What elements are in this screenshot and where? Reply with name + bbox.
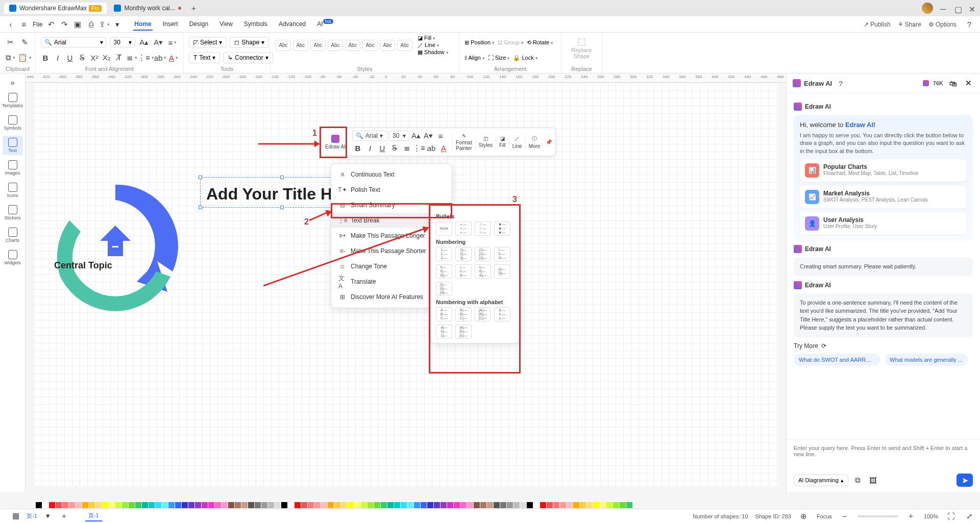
page-dd-icon[interactable]: ▾	[42, 510, 54, 521]
ft-more[interactable]: ⓘMore	[525, 134, 544, 150]
publish-button[interactable]: ↗ Publish	[864, 21, 890, 28]
help-icon[interactable]: ?	[964, 19, 975, 30]
color-swatch[interactable]	[301, 502, 307, 508]
color-swatch[interactable]	[361, 502, 367, 508]
color-swatch[interactable]	[334, 502, 340, 508]
color-swatch[interactable]	[248, 502, 254, 508]
add-page-icon[interactable]: ＋	[59, 510, 70, 521]
color-swatch[interactable]	[202, 502, 208, 508]
color-swatch[interactable]	[394, 502, 400, 508]
cart-icon[interactable]: 🛍	[947, 78, 959, 89]
textcase-icon[interactable]: ab	[155, 52, 166, 63]
ft-fill[interactable]: ◪Fill	[496, 135, 509, 149]
ft-size-select[interactable]: 30▾	[389, 131, 409, 141]
color-swatch[interactable]	[553, 502, 559, 508]
color-swatch[interactable]	[434, 502, 440, 508]
ft-case-icon[interactable]: ab	[426, 142, 437, 154]
maximize-icon[interactable]: ▢	[954, 5, 962, 12]
color-swatch[interactable]	[480, 502, 486, 508]
color-swatch[interactable]	[228, 502, 234, 508]
new-tab-button[interactable]: ＋	[188, 3, 200, 14]
color-swatch[interactable]	[606, 502, 612, 508]
ft-format-painter[interactable]: ✎Format Painter	[452, 132, 475, 152]
file-menu[interactable]: File	[32, 19, 43, 30]
suggestion-market-analysis[interactable]: 📈 Market AnalysisSWOT Analysis, PEST Ana…	[800, 186, 967, 208]
color-swatch[interactable]	[474, 502, 480, 508]
suggestion-user-analysis[interactable]: 👤 User AnalysisUser Profile, User Story	[800, 212, 967, 235]
color-swatch[interactable]	[507, 502, 513, 508]
color-swatch[interactable]	[447, 502, 453, 508]
color-swatch[interactable]	[109, 502, 115, 508]
color-swatch[interactable]	[162, 502, 168, 508]
color-swatch[interactable]	[600, 502, 606, 508]
tab-home[interactable]: Home	[133, 18, 152, 31]
fontcolor-icon[interactable]: A	[169, 52, 178, 63]
strike-icon[interactable]: S̶	[78, 52, 87, 63]
color-swatch[interactable]	[168, 502, 175, 508]
color-swatch[interactable]	[381, 502, 387, 508]
color-swatch[interactable]	[454, 502, 460, 508]
color-swatch[interactable]	[69, 502, 75, 508]
color-swatch[interactable]	[76, 502, 82, 508]
align-icon[interactable]: ≡	[167, 37, 178, 48]
close-icon[interactable]: ✕	[969, 5, 976, 12]
circular-arrow-shape[interactable]	[39, 169, 192, 322]
paste-icon[interactable]: 📋	[19, 52, 30, 63]
more-qat-icon[interactable]: ▾	[112, 19, 123, 30]
shadow-dd[interactable]: ▦ Shadow	[418, 49, 449, 56]
position-dd[interactable]: ⊞ Position	[464, 39, 495, 46]
font-select[interactable]: 🔍 Arial▾	[41, 37, 107, 47]
tab-view[interactable]: View	[218, 18, 234, 31]
page-name[interactable]: 页-1	[27, 512, 37, 520]
sidebar-templates[interactable]: Templates	[3, 91, 23, 110]
bullets-icon[interactable]: ⋮≡	[140, 52, 152, 63]
style-6[interactable]: Abc	[362, 40, 378, 51]
color-swatch[interactable]	[62, 502, 68, 508]
close-panel-icon[interactable]: ✕	[963, 78, 974, 89]
share-button[interactable]: ⚘ Share	[898, 21, 921, 28]
color-swatch[interactable]	[374, 502, 380, 508]
color-swatch[interactable]	[255, 502, 261, 508]
sidebar-stickers[interactable]: Stickers	[3, 203, 23, 222]
color-swatch[interactable]	[586, 502, 593, 508]
fullscreen-icon[interactable]: ⤢	[964, 511, 975, 522]
color-swatch[interactable]	[460, 502, 467, 508]
send-button[interactable]: ➤	[957, 474, 973, 487]
color-swatch[interactable]	[513, 502, 520, 508]
fontsize-select[interactable]: 30▾	[110, 37, 135, 47]
style-3[interactable]: Abc	[310, 40, 326, 51]
zoom-out-icon[interactable]: −	[839, 511, 850, 522]
info-icon[interactable]: ?	[835, 78, 846, 89]
sidebar-widgets[interactable]: Widgets	[3, 248, 23, 267]
color-swatch[interactable]	[42, 502, 48, 508]
ft-styles[interactable]: ◫Styles	[475, 135, 496, 149]
color-swatch[interactable]	[533, 502, 540, 508]
color-swatch[interactable]	[314, 502, 321, 508]
color-swatch[interactable]	[268, 502, 274, 508]
ai-continuous-text[interactable]: ≡Continuous Text	[331, 167, 452, 182]
color-swatch[interactable]	[613, 502, 619, 508]
ft-strike-icon[interactable]: S̶	[389, 142, 400, 154]
style-2[interactable]: Abc	[293, 40, 308, 51]
align-dd[interactable]: ⫴ Align	[464, 55, 485, 61]
options-button[interactable]: ⚙ Options	[928, 21, 957, 28]
zoom-slider[interactable]	[857, 515, 898, 517]
suggestion-popular-charts[interactable]: 📊 Popular ChartsFlowchart, Mind Map, Tab…	[800, 159, 967, 182]
ft-color-icon[interactable]: A	[438, 142, 449, 154]
copy-icon[interactable]: ⧉	[5, 52, 16, 63]
chip-models[interactable]: What models are generally ...	[885, 354, 968, 366]
color-swatch[interactable]	[580, 502, 586, 508]
tab-ai[interactable]: AIhot	[316, 18, 334, 31]
save-icon[interactable]: ▣	[72, 19, 83, 30]
color-swatch[interactable]	[540, 502, 546, 508]
central-topic-text[interactable]: Central Topic	[54, 260, 112, 271]
color-swatch[interactable]	[328, 502, 334, 508]
color-swatch[interactable]	[547, 502, 553, 508]
chip-swot[interactable]: What do SWOT and AARRR ...	[794, 354, 880, 366]
pages-icon[interactable]: ▦	[10, 510, 21, 521]
color-swatch[interactable]	[288, 502, 294, 508]
focus-label[interactable]: Focus	[817, 513, 832, 519]
color-swatch[interactable]	[122, 502, 128, 508]
color-swatch[interactable]	[155, 502, 161, 508]
color-swatch[interactable]	[626, 502, 632, 508]
